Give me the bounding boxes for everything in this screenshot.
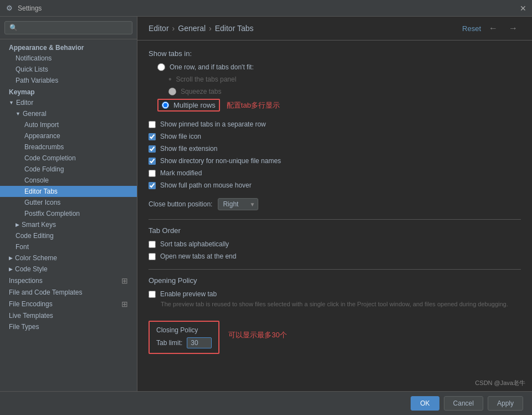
checkbox-full-path-label: Show full path on mouse hover (160, 181, 252, 189)
opening-policy-section: Opening Policy Enable preview tab The pr… (149, 276, 521, 308)
tab-limit-input[interactable] (187, 337, 212, 348)
sidebar-item-code-style[interactable]: ▶ Code Style (0, 264, 137, 275)
opening-policy-title: Opening Policy (149, 276, 521, 285)
sidebar-item-code-folding[interactable]: Code Folding (0, 164, 137, 175)
checkbox-file-icon-input[interactable] (149, 133, 156, 140)
sidebar-item-live-templates[interactable]: Live Templates (0, 310, 137, 321)
code-style-arrow-icon: ▶ (9, 266, 13, 272)
checkbox-file-icon[interactable]: Show file icon (149, 133, 521, 140)
sidebar-item-file-encodings[interactable]: File Encodings ⊞ (0, 298, 137, 310)
editor-arrow-icon: ▼ (9, 100, 14, 105)
tab-order-title: Tab Order (149, 226, 521, 235)
checkbox-preview-tab-input[interactable] (149, 291, 156, 298)
smart-keys-arrow-icon: ▶ (16, 222, 19, 227)
cancel-button[interactable]: Cancel (444, 396, 483, 411)
radio-multiple-rows-label: Multiple rows (173, 101, 216, 109)
checkbox-directory[interactable]: Show directory for non-unique file names (149, 157, 521, 165)
checkbox-file-extension-label: Show file extension (160, 145, 217, 153)
sidebar-item-general[interactable]: ▼ General (0, 108, 137, 119)
sidebar-item-appearance[interactable]: Appearance (0, 130, 137, 141)
reset-button[interactable]: Reset (462, 24, 481, 33)
checkbox-file-extension-input[interactable] (149, 145, 156, 153)
radio-one-row[interactable]: One row, and if tabs don't fit: (157, 63, 521, 71)
search-input[interactable] (4, 21, 132, 34)
settings-icon: ⚙ (6, 4, 13, 12)
checkbox-preview-tab-label: Enable preview tab (160, 290, 217, 298)
checkbox-mark-modified-input[interactable] (149, 170, 156, 177)
sidebar-item-appearance-behavior[interactable]: Appearance & Behavior (0, 42, 137, 53)
sidebar-item-code-completion[interactable]: Code Completion (0, 153, 137, 164)
checkbox-full-path-input[interactable] (149, 182, 156, 189)
checkbox-sort-alpha-label: Sort tabs alphabetically (160, 240, 229, 248)
divider-1 (149, 219, 521, 220)
forward-arrow-button[interactable]: → (505, 22, 521, 34)
sidebar-item-editor[interactable]: ▼ Editor (0, 97, 137, 108)
checkbox-sort-alpha-input[interactable] (149, 241, 156, 248)
close-button-dropdown[interactable]: Right Left Hidden (218, 198, 258, 210)
checkbox-mark-modified[interactable]: Mark modified (149, 169, 521, 177)
content-area: Editor › General › Editor Tabs Reset ← →… (137, 17, 532, 391)
sidebar-item-console[interactable]: Console (0, 175, 137, 186)
sidebar-item-postfix-completion[interactable]: Postfix Completion (0, 208, 137, 219)
bottom-bar: OK Cancel Apply (0, 391, 532, 415)
sidebar-item-file-types[interactable]: File Types (0, 321, 137, 332)
closing-policy-box: Closing Policy Tab limit: (149, 321, 219, 354)
ok-button[interactable]: OK (411, 396, 439, 411)
sidebar: Appearance & Behavior Notifications Quic… (0, 17, 137, 391)
header-actions: Reset ← → (462, 22, 521, 34)
inspections-icon: ⊞ (121, 276, 128, 285)
sidebar-item-color-scheme[interactable]: ▶ Color Scheme (0, 252, 137, 264)
search-box (0, 17, 137, 39)
sidebar-item-smart-keys[interactable]: ▶ Smart Keys (0, 219, 137, 230)
radio-scroll-label: Scroll the tabs panel (176, 75, 237, 83)
checkbox-new-at-end-input[interactable] (149, 253, 156, 260)
sidebar-item-font[interactable]: Font (0, 241, 137, 252)
breadcrumb-editor: Editor (149, 24, 169, 33)
back-arrow-button[interactable]: ← (485, 22, 501, 34)
apply-button[interactable]: Apply (488, 396, 523, 411)
tab-order-checkboxes: Sort tabs alphabetically Open new tabs a… (149, 240, 521, 260)
close-button[interactable]: ✕ (520, 4, 526, 13)
window-title: Settings (18, 4, 515, 12)
radio-squeeze: Squeeze tabs (168, 88, 521, 95)
close-button-position-row: Close button position: Right Left Hidden… (149, 198, 521, 210)
closing-policy-title: Closing Policy (156, 326, 212, 334)
sidebar-item-quick-lists[interactable]: Quick Lists (0, 64, 137, 75)
checkbox-mark-modified-label: Mark modified (160, 169, 202, 177)
sidebar-item-auto-import[interactable]: Auto Import (0, 119, 137, 130)
content-body: Show tabs in: One row, and if tabs don't… (137, 41, 532, 391)
sidebar-item-editor-tabs[interactable]: Editor Tabs (0, 186, 137, 197)
sidebar-item-gutter-icons[interactable]: Gutter Icons (0, 197, 137, 208)
checkbox-group-tabs: Show pinned tabs in a separate row Show … (149, 120, 521, 189)
file-encodings-icon: ⊞ (121, 300, 128, 308)
radio-multiple-rows-row: Multiple rows 配置tab多行显示 (157, 99, 521, 112)
radio-one-row-input[interactable] (157, 63, 165, 71)
checkbox-new-at-end-label: Open new tabs at the end (160, 252, 236, 260)
radio-squeeze-label: Squeeze tabs (181, 88, 221, 95)
checkbox-new-at-end[interactable]: Open new tabs at the end (149, 252, 521, 260)
sidebar-item-file-code-templates[interactable]: File and Code Templates (0, 287, 137, 298)
sidebar-item-notifications[interactable]: Notifications (0, 53, 137, 64)
checkbox-pinned-tabs-label: Show pinned tabs in a separate row (160, 120, 266, 128)
radio-scroll: • Scroll the tabs panel (168, 74, 521, 84)
sidebar-item-path-variables[interactable]: Path Variables (0, 75, 137, 86)
preview-tab-helper-text: The preview tab is reused to show files … (161, 300, 521, 308)
divider-2 (149, 269, 521, 270)
checkbox-file-extension[interactable]: Show file extension (149, 145, 521, 153)
checkbox-full-path[interactable]: Show full path on mouse hover (149, 181, 521, 189)
general-arrow-icon: ▼ (16, 111, 21, 117)
sidebar-item-code-editing[interactable]: Code Editing (0, 230, 137, 241)
checkbox-pinned-tabs[interactable]: Show pinned tabs in a separate row (149, 120, 521, 128)
sidebar-item-inspections[interactable]: Inspections ⊞ (0, 275, 137, 287)
checkbox-preview-tab[interactable]: Enable preview tab (149, 290, 521, 298)
checkbox-sort-alpha[interactable]: Sort tabs alphabetically (149, 240, 521, 248)
sidebar-item-breadcrumbs[interactable]: Breadcrumbs (0, 141, 137, 153)
sidebar-item-keymap[interactable]: Keymap (0, 86, 137, 97)
checkbox-file-icon-label: Show file icon (160, 133, 201, 140)
closing-policy-inner: Tab limit: (156, 337, 212, 348)
radio-group-show-tabs: One row, and if tabs don't fit: • Scroll… (157, 63, 521, 112)
tab-order-section: Tab Order Sort tabs alphabetically Open … (149, 226, 521, 260)
checkbox-directory-input[interactable] (149, 158, 156, 165)
checkbox-pinned-tabs-input[interactable] (149, 121, 156, 128)
radio-multiple-rows-input[interactable] (162, 102, 169, 109)
